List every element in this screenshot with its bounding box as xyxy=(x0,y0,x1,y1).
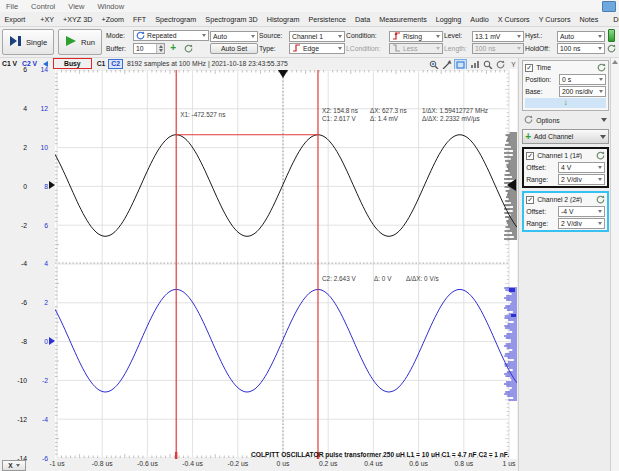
time-sync-icon[interactable] xyxy=(597,63,606,72)
refresh-buffer-icon[interactable] xyxy=(181,42,195,55)
undo-zoom-icon[interactable] xyxy=(495,60,506,69)
view-tab[interactable]: Spectrogram 3D xyxy=(201,15,262,24)
view-tabbar: Export +XY+XYZ 3D+ZoomFFTSpectrogramSpec… xyxy=(0,12,619,27)
length-select: 100 ns xyxy=(472,43,524,54)
view-tab[interactable]: Persistence xyxy=(304,15,351,24)
view-tab[interactable]: Logging xyxy=(431,15,466,24)
menu-item[interactable]: Window xyxy=(97,2,124,11)
y-tick-row: -6 2 xyxy=(0,299,55,307)
y-axis-labels: 6 14 4 12 2 10 0 8 -2 6 - xyxy=(0,69,55,459)
svg-text:Δ/ΔX: 2.2332 mV/µs: Δ/ΔX: 2.2332 mV/µs xyxy=(422,115,480,123)
refresh-trigger-icon[interactable] xyxy=(607,44,616,54)
view-tab[interactable]: +Zoom xyxy=(97,15,129,24)
zoom-in-icon[interactable] xyxy=(428,60,439,69)
panel-scrollbar[interactable] xyxy=(610,58,619,471)
y-tick-row: -4 4 xyxy=(0,260,55,268)
ch2-range-label: Range: xyxy=(526,220,548,227)
hyst-select[interactable]: Auto xyxy=(557,31,605,42)
tab-export[interactable]: Export xyxy=(0,15,30,24)
c2-tick-label: 4 xyxy=(34,260,48,268)
tab-digital[interactable]: Digital xyxy=(609,15,619,24)
svg-text:X2: 154.8 ns: X2: 154.8 ns xyxy=(322,107,358,114)
position-select[interactable]: 0 s xyxy=(559,74,606,85)
mode-select[interactable]: Repeated xyxy=(133,30,209,41)
c2-tick-label: 10 xyxy=(34,144,48,152)
view-tab[interactable]: Y Cursors xyxy=(534,15,575,24)
c1-tick-label: 2 xyxy=(13,144,27,152)
menu-item[interactable]: File xyxy=(6,2,18,11)
x-axis-menu-button[interactable]: X xyxy=(2,460,26,471)
menu-item[interactable]: View xyxy=(68,2,84,11)
options-button[interactable]: Options xyxy=(522,114,609,126)
y-tick-row: -10 -2 xyxy=(0,377,55,385)
channel1-sync-icon[interactable] xyxy=(596,151,605,160)
view-tab[interactable]: Notes xyxy=(575,15,603,24)
add-channel-button[interactable]: + Add Channel xyxy=(522,129,609,144)
view-tab[interactable]: +XYZ 3D xyxy=(59,15,97,24)
condition-label: Condition: xyxy=(346,30,388,42)
type-label: Type: xyxy=(259,43,288,55)
c1-tick-label: -4 xyxy=(13,260,27,268)
app-icon[interactable] xyxy=(602,1,616,12)
menu-item[interactable]: Control xyxy=(31,2,55,11)
source-select[interactable]: Channel 1 xyxy=(289,31,345,42)
condition-select[interactable]: Rising xyxy=(389,31,443,42)
c1-tick-label: -10 xyxy=(13,377,27,385)
capture-toolbar: Single Run Mode: Buffer: Repeated 10 + xyxy=(0,27,619,58)
ch1-offset-select[interactable]: 4 V xyxy=(558,162,605,173)
graph-view-icon[interactable] xyxy=(469,60,480,69)
view-tab[interactable]: Measurements xyxy=(375,15,432,24)
waveform-canvas[interactable]: X1: -472.527 nsX2: 154.8 nsΔX: 627.3 ns1… xyxy=(55,69,517,459)
waveform-display[interactable]: X1: -472.527 nsX2: 154.8 nsΔX: 627.3 ns1… xyxy=(55,69,517,459)
drag-zoom-icon[interactable] xyxy=(441,60,452,69)
time-checkbox[interactable]: ✓ xyxy=(525,64,533,72)
view-tab[interactable]: +XY xyxy=(36,15,59,24)
x-axis-labels: -1 us-0.8 us-0.6 us-0.4 us-0.2 us0 us0.2… xyxy=(55,459,517,471)
ch1-range-label: Range: xyxy=(526,176,548,183)
y-scale-icon[interactable]: Y xyxy=(508,60,519,69)
timebase-select[interactable]: 200 ns/div xyxy=(559,86,606,97)
view-tab[interactable]: X Cursors xyxy=(493,15,534,24)
channel2-sync-icon[interactable] xyxy=(596,195,605,204)
view-tab[interactable]: Histogram xyxy=(262,15,304,24)
edge-icon xyxy=(292,44,301,53)
zoom-out-icon[interactable] xyxy=(482,60,493,69)
holdoff-select[interactable]: 100 ns xyxy=(557,43,605,54)
chevron-down-icon xyxy=(600,135,606,139)
x-tick-label: -1 us xyxy=(49,460,64,467)
view-tab[interactable]: Spectrogram xyxy=(151,15,201,24)
c1-tick-label: 4 xyxy=(13,105,27,113)
ch2-offset-select[interactable]: -4 V xyxy=(558,206,605,217)
c2-tick-label: 2 xyxy=(34,299,48,307)
source-label: Source: xyxy=(259,30,288,42)
c2-tick-label: 12 xyxy=(34,105,48,113)
x-tick-label: 0.8 us xyxy=(455,460,474,467)
down-arrow-icon: ↓ xyxy=(564,99,568,107)
channel1-checkbox[interactable]: ✓ xyxy=(526,152,534,160)
type-select[interactable]: Edge xyxy=(289,43,345,54)
auto-set-button[interactable]: Auto Set xyxy=(210,43,258,54)
svg-text:X1: -472.527 ns: X1: -472.527 ns xyxy=(180,111,225,118)
single-button[interactable]: Single xyxy=(2,29,54,55)
channel2-checkbox[interactable]: ✓ xyxy=(526,196,534,204)
repeat-icon xyxy=(136,31,145,41)
level-select[interactable]: 13.1 mV xyxy=(472,31,524,42)
holdoff-label: HoldOff: xyxy=(525,43,556,55)
c1-tick-label: -12 xyxy=(13,416,27,424)
lcondition-select: Less xyxy=(389,43,443,54)
scroll-up-icon[interactable] xyxy=(612,60,618,64)
ch1-range-select[interactable]: 2 V/div xyxy=(558,174,605,185)
c2-tick-label: 6 xyxy=(34,222,48,230)
trigger-mode-select[interactable]: Auto xyxy=(210,31,258,42)
buffer-label: Buffer: xyxy=(106,43,132,55)
hyst-label: Hyst.: xyxy=(525,30,556,42)
channel1-group-label: Channel 1 (1#) xyxy=(537,152,582,159)
add-buffer-icon[interactable]: + xyxy=(166,42,180,55)
ch2-range-select[interactable]: 2 V/div xyxy=(558,218,605,229)
view-tab[interactable]: Audio xyxy=(466,15,493,24)
view-tab[interactable]: FFT xyxy=(129,15,151,24)
buffer-stepper[interactable]: 10 xyxy=(133,43,165,54)
run-button[interactable]: Run xyxy=(58,29,102,55)
busy-badge: Busy xyxy=(53,58,92,69)
view-tab[interactable]: Data xyxy=(351,15,375,24)
